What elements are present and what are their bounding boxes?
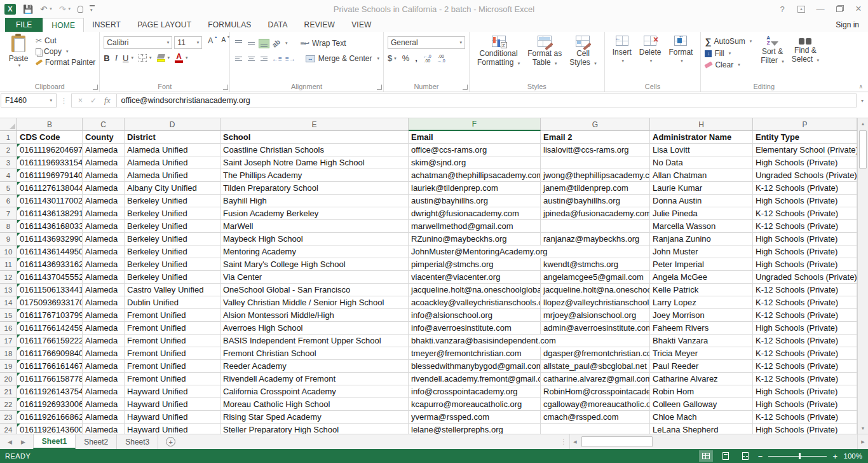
align-center-button[interactable] — [247, 55, 256, 63]
cell-C10[interactable]: Alameda — [83, 245, 125, 258]
cell-P15[interactable]: K-12 Schools (Private) — [753, 309, 857, 322]
autosum-button[interactable]: ∑AutoSum▾ — [705, 36, 752, 46]
cell-F13[interactable]: jacqueline.holt@na.oneschoolglobal.com — [409, 284, 541, 296]
cell-H2[interactable]: Lisa Lovitt — [650, 144, 753, 156]
confirm-entry-icon[interactable]: ✓ — [90, 96, 97, 105]
cell-D2[interactable]: Alameda Unified — [125, 144, 220, 156]
cell-G9[interactable]: ranjanaz@maybeckhs.org — [541, 233, 650, 245]
cell-F15[interactable]: info@alsionschool.org — [409, 309, 541, 322]
tab-formulas[interactable]: FORMULAS — [200, 18, 259, 32]
font-size-select[interactable]: 11▾ — [174, 36, 202, 49]
row-header-3[interactable]: 3 — [0, 156, 17, 169]
cell-D6[interactable]: Berkeley Unified — [125, 195, 220, 207]
cell-B12[interactable]: 01611437045552 — [17, 271, 83, 284]
cell-C14[interactable]: Alameda — [83, 296, 125, 309]
cell-F22[interactable]: kcapurro@moreaucatholic.org — [409, 398, 541, 411]
cell-F3[interactable]: skim@sjnd.org — [409, 156, 541, 169]
cell-C3[interactable]: Alameda — [83, 156, 125, 169]
cell-D17[interactable]: Fremont Unified — [125, 335, 220, 347]
cell-G10[interactable] — [541, 245, 650, 258]
column-header-E[interactable]: E — [220, 118, 409, 131]
cell-B18[interactable]: 01611766909840 — [17, 347, 83, 360]
cell-G4[interactable]: jwong@thephillipsacademy.com — [541, 169, 650, 182]
row-header-15[interactable]: 15 — [0, 309, 17, 322]
column-header-B[interactable]: B — [17, 118, 83, 131]
normal-view-button[interactable] — [699, 450, 713, 462]
scroll-right-icon[interactable]: ▶ — [857, 434, 868, 449]
cell-D18[interactable]: Fremont Unified — [125, 347, 220, 360]
borders-button[interactable] — [139, 54, 147, 62]
tab-view[interactable]: VIEW — [343, 18, 379, 32]
zoom-slider-handle[interactable] — [799, 453, 801, 459]
select-all-corner[interactable] — [0, 118, 17, 131]
cell-G18[interactable]: dgasper@fremontchristian.com — [541, 347, 650, 360]
customize-qat-icon[interactable]: ▾ — [90, 5, 93, 13]
cell-P22[interactable]: High Schools (Private) — [753, 398, 857, 411]
sheet-tab-sheet1[interactable]: Sheet1 — [33, 434, 76, 449]
row-header-23[interactable]: 23 — [0, 411, 17, 424]
cell-G1[interactable]: Email 2 — [541, 131, 650, 144]
cell-C15[interactable]: Alameda — [83, 309, 125, 322]
cell-F11[interactable]: pimperial@stmchs.org — [409, 258, 541, 271]
cell-F24[interactable]: lelane@stellerprephs.org — [409, 424, 541, 434]
undo-dropdown-icon[interactable]: ▾ — [50, 6, 52, 11]
expand-formula-bar-icon[interactable]: ▾ — [857, 98, 868, 104]
font-dialog-launcher[interactable] — [223, 85, 228, 90]
font-color-button[interactable]: A — [175, 53, 183, 63]
percent-format-button[interactable]: % — [402, 53, 410, 63]
cell-D10[interactable]: Berkeley Unified — [125, 245, 220, 258]
cell-F12[interactable]: viacenter@viacenter.org — [409, 271, 541, 284]
cell-D3[interactable]: Alameda Unified — [125, 156, 220, 169]
cell-H24[interactable]: LeLana Shepherd — [650, 424, 753, 434]
touch-mode-icon[interactable] — [78, 6, 83, 13]
row-header-24[interactable]: 24 — [0, 424, 17, 434]
cell-H18[interactable]: Tricia Meyer — [650, 347, 753, 360]
sheet-tab-sheet3[interactable]: Sheet3 — [117, 434, 158, 449]
cell-G23[interactable]: cmach@rssped.com — [541, 411, 650, 424]
cell-P16[interactable]: High Schools (Private) — [753, 322, 857, 335]
tab-home[interactable]: HOME — [43, 18, 84, 32]
row-header-7[interactable]: 7 — [0, 207, 17, 220]
cell-E17[interactable]: BASIS Independent Fremont Upper School — [220, 335, 409, 347]
row-header-5[interactable]: 5 — [0, 182, 17, 195]
cell-C12[interactable]: Alameda — [83, 271, 125, 284]
cell-E24[interactable]: Steller Preparatory High School — [220, 424, 409, 434]
row-header-16[interactable]: 16 — [0, 322, 17, 335]
delete-cells-button[interactable]: × Delete ▾ — [635, 34, 665, 67]
cell-D22[interactable]: Hayward Unified — [125, 398, 220, 411]
cell-D1[interactable]: District — [125, 131, 220, 144]
prev-sheet-icon[interactable]: ◀ — [8, 439, 12, 445]
align-left-button[interactable] — [234, 55, 243, 63]
cell-C1[interactable]: County — [83, 131, 125, 144]
cell-P6[interactable]: High Schools (Private) — [753, 195, 857, 207]
cell-H12[interactable]: Angela McGee — [650, 271, 753, 284]
restore-icon[interactable] — [830, 1, 849, 17]
cell-F5[interactable]: lauriek@tildenprep.com — [409, 182, 541, 195]
row-header-11[interactable]: 11 — [0, 258, 17, 271]
cell-P24[interactable]: High Schools (Private) — [753, 424, 857, 434]
cell-P17[interactable]: K-12 Schools (Private) — [753, 335, 857, 347]
cell-E6[interactable]: Bayhill High — [220, 195, 409, 207]
cell-P7[interactable]: K-12 Schools (Private) — [753, 207, 857, 220]
cell-B21[interactable]: 01611926143754 — [17, 385, 83, 398]
excel-logo-icon[interactable]: X — [4, 4, 16, 15]
row-header-18[interactable]: 18 — [0, 347, 17, 360]
cell-D9[interactable]: Berkeley Unified — [125, 233, 220, 245]
cell-B16[interactable]: 01611766142459 — [17, 322, 83, 335]
cell-E3[interactable]: Saint Joseph Notre Dame High School — [220, 156, 409, 169]
zoom-out-button[interactable]: − — [758, 452, 763, 461]
cell-P18[interactable]: K-12 Schools (Private) — [753, 347, 857, 360]
cell-B17[interactable]: 01611766159222 — [17, 335, 83, 347]
cell-B3[interactable]: 01611196933154 — [17, 156, 83, 169]
cell-P11[interactable]: High Schools (Private) — [753, 258, 857, 271]
cell-D20[interactable]: Fremont Unified — [125, 373, 220, 385]
font-family-select[interactable]: Calibri▾ — [104, 36, 172, 49]
cell-G20[interactable]: catharine.alvarez@gmail.com — [541, 373, 650, 385]
cell-H10[interactable]: John Muster — [650, 245, 753, 258]
row-header-4[interactable]: 4 — [0, 169, 17, 182]
new-sheet-icon[interactable]: + — [166, 437, 175, 446]
cell-G12[interactable]: angelamcgee5@gmail.com — [541, 271, 650, 284]
cell-G3[interactable] — [541, 156, 650, 169]
name-box-splitter[interactable]: ⋮ — [57, 97, 71, 105]
help-icon[interactable]: ? — [773, 1, 792, 17]
